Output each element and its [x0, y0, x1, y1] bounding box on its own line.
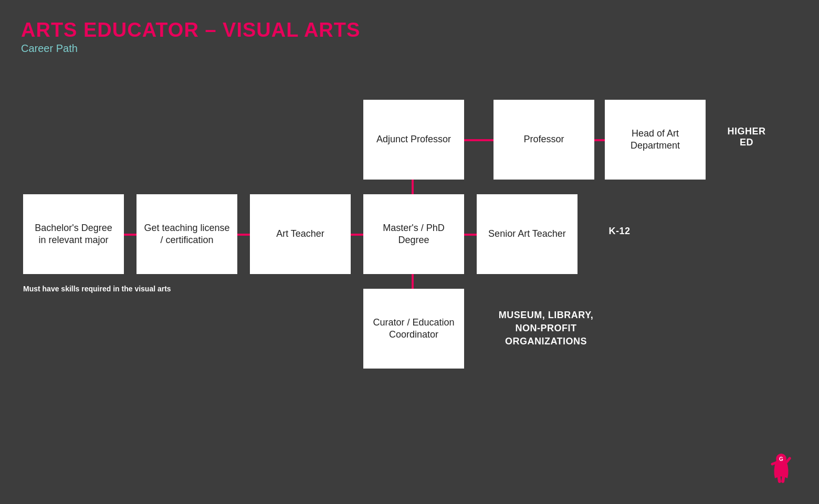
connector-masters-senior	[464, 234, 477, 236]
logo: G	[764, 444, 798, 488]
teaching-license-box: Get teaching license/ certification	[136, 194, 237, 274]
header: ARTS EDUCATOR – VISUAL ARTS Career Path	[0, 0, 819, 59]
adjunct-professor-box: Adjunct Professor	[363, 100, 464, 180]
note-label: Must have skills required in the visual …	[23, 285, 171, 293]
head-art-dept-box: Head of ArtDepartment	[605, 100, 706, 180]
masters-box: Master's / PhDDegree	[363, 194, 464, 274]
art-teacher-box: Art Teacher	[250, 194, 351, 274]
k12-label: K-12	[593, 226, 646, 237]
sub-title: Career Path	[21, 43, 798, 55]
svg-text:G: G	[779, 456, 783, 462]
professor-box: Professor	[494, 100, 594, 180]
bachelors-box: Bachelor's Degreein relevant major	[23, 194, 124, 274]
connector-bach-teach	[124, 234, 136, 236]
connector-teach-art	[237, 234, 250, 236]
logo-icon: G	[764, 444, 798, 486]
senior-art-teacher-box: Senior Art Teacher	[477, 194, 578, 274]
connector-prof-head	[594, 139, 605, 141]
higher-ed-label: HIGHERED	[715, 126, 778, 148]
diagram-area: Bachelor's Degreein relevant major Get t…	[0, 68, 819, 504]
main-title: ARTS EDUCATOR – VISUAL ARTS	[21, 19, 798, 41]
connector-art-masters	[351, 234, 363, 236]
museum-label: MUSEUM, LIBRARY,NON-PROFITORGANIZATIONS	[483, 309, 609, 349]
connector-adjunct-prof	[464, 139, 494, 141]
connector-masters-down	[412, 274, 414, 289]
curator-box: Curator / EducationCoordinator	[363, 289, 464, 369]
